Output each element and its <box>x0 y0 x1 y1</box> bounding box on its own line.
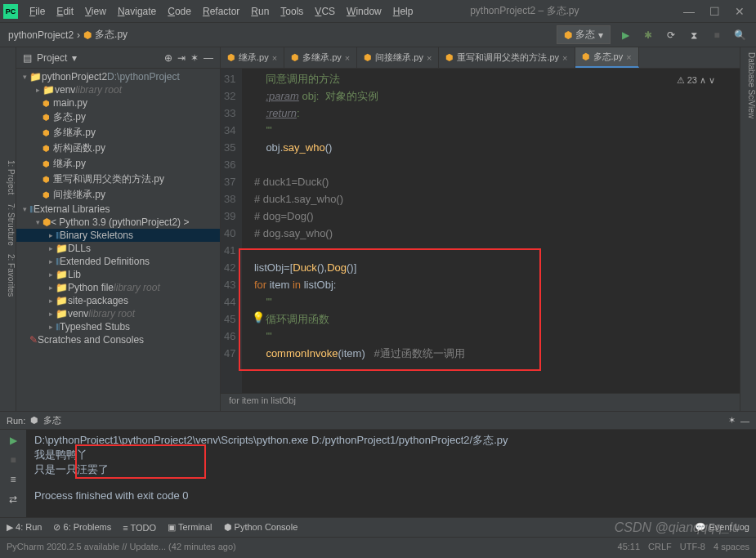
intention-bulb-icon[interactable]: 💡 <box>252 309 265 326</box>
project-tree[interactable]: ▾📁 pythonProject2 D:\pythonProject▸📁 ven… <box>16 69 220 411</box>
tree-item[interactable]: ⬢析构函数.py <box>16 141 220 156</box>
close-tab-icon[interactable]: × <box>427 53 432 63</box>
debug-button[interactable]: ✱ <box>640 27 656 43</box>
tree-item[interactable]: ▸⫴ Extended Definitions <box>16 255 220 268</box>
close-tab-icon[interactable]: × <box>345 53 350 63</box>
run-toolbar: ▶ ■ ≡ ⇄ <box>0 430 26 517</box>
profile-button[interactable]: ⧗ <box>686 27 702 43</box>
settings-icon[interactable]: ✶ <box>728 415 736 426</box>
status-message[interactable]: PyCharm 2020.2.5 available // Update... … <box>7 542 236 551</box>
file-encoding[interactable]: UTF-8 <box>680 542 705 551</box>
menu-run[interactable]: Run <box>246 4 274 19</box>
tree-item[interactable]: ⬢main.py <box>16 96 220 109</box>
menu-help[interactable]: Help <box>388 4 418 19</box>
window-title: pythonProject2 – 多态.py <box>470 4 579 18</box>
dropdown-icon[interactable]: ▾ <box>72 52 77 64</box>
menu-code[interactable]: Code <box>163 4 196 19</box>
run-config-name[interactable]: 多态 <box>43 414 61 426</box>
tree-item[interactable]: ▸📁 venv library root <box>16 83 220 96</box>
tree-item[interactable]: ▾⬢ < Python 3.9 (pythonProject2) > <box>16 216 220 229</box>
tree-item[interactable]: ▸📁 Python file library root <box>16 281 220 294</box>
run-button[interactable]: ▶ <box>617 27 633 43</box>
breadcrumb-project[interactable]: pythonProject2 <box>8 29 74 41</box>
layout-button[interactable]: ≡ <box>10 474 16 485</box>
tree-item[interactable]: ▸📁 Lib <box>16 268 220 281</box>
sciview-tool-tab[interactable]: SciView <box>747 90 756 118</box>
search-everywhere-button[interactable]: 🔍 <box>731 27 748 43</box>
menu-refactor[interactable]: Refactor <box>198 4 244 19</box>
indent-info[interactable]: 4 spaces <box>714 542 749 551</box>
tree-item[interactable]: ▸📁 venv library root <box>16 307 220 320</box>
hide-icon[interactable]: — <box>204 52 213 64</box>
menu-tools[interactable]: Tools <box>275 4 308 19</box>
close-button[interactable]: ✕ <box>735 5 745 18</box>
hide-icon[interactable]: — <box>740 416 749 426</box>
project-panel-title[interactable]: Project <box>37 52 67 64</box>
run-cmd-line: D:\pythonProject1\pythonProject2\venv\Sc… <box>34 433 748 448</box>
maximize-button[interactable]: ☐ <box>709 5 720 18</box>
run-output[interactable]: D:\pythonProject1\pythonProject2\venv\Sc… <box>26 430 756 517</box>
collapse-icon[interactable]: ⇥ <box>177 52 186 64</box>
line-separator[interactable]: CRLF <box>648 542 672 551</box>
run-title: Run: <box>7 416 25 426</box>
editor-tab[interactable]: ⬢多态.py× <box>575 47 639 68</box>
wrap-button[interactable]: ⇄ <box>9 493 17 505</box>
tree-item[interactable]: ▸📁 DLLs <box>16 242 220 255</box>
run-output-line: 只是一只汪罢了 <box>34 462 748 477</box>
navigation-bar: pythonProject2 › ⬢ 多态.py ⬢ 多态 ▾ ▶ ✱ ⟳ ⧗ … <box>0 23 756 47</box>
code-editor[interactable]: 3132333435363738394041424344454647 ⚠ 23 … <box>221 69 740 393</box>
problems-tab[interactable]: ⊘ 6: Problems <box>53 522 111 533</box>
tree-item[interactable]: ▸📁 site-packages <box>16 294 220 307</box>
locate-icon[interactable]: ⊕ <box>164 52 172 64</box>
close-tab-icon[interactable]: × <box>272 53 277 63</box>
breadcrumb-file[interactable]: 多态.py <box>95 28 127 42</box>
editor-tab[interactable]: ⬢重写和调用父类的方法.py× <box>439 47 575 68</box>
tree-item[interactable]: ▸⫴ Binary Skeletons <box>16 229 220 242</box>
run-tool-window: Run: ⬢ 多态 ✶ — ▶ ■ ≡ ⇄ D:\pythonProject1\… <box>0 411 756 517</box>
structure-tool-tab[interactable]: 7: Structure <box>7 203 16 246</box>
menu-file[interactable]: File <box>25 4 50 19</box>
caret-position[interactable]: 45:11 <box>618 542 641 551</box>
tree-item[interactable]: ▾📁 pythonProject2 D:\pythonProject <box>16 70 220 83</box>
database-tool-tab[interactable]: Database <box>747 52 756 87</box>
editor-tab[interactable]: ⬢继承.py× <box>221 47 284 68</box>
menu-edit[interactable]: Edit <box>51 4 78 19</box>
bottom-tool-tabs: ▶ 4: Run ⊘ 6: Problems ≡ TODO ▣ Terminal… <box>0 517 756 537</box>
menu-window[interactable]: Window <box>342 4 387 19</box>
tree-item[interactable]: ⬢间接继承.py <box>16 187 220 203</box>
coverage-button[interactable]: ⟳ <box>663 27 679 43</box>
tree-item[interactable]: ✎ Scratches and Consoles <box>16 333 220 346</box>
line-gutter: 3132333435363738394041424344454647 <box>221 69 242 393</box>
favorites-tool-tab[interactable]: 2: Favorites <box>7 254 16 297</box>
chevron-right-icon: › <box>77 29 80 41</box>
menu-navigate[interactable]: Navigate <box>113 4 161 19</box>
menu-view[interactable]: View <box>80 4 111 19</box>
event-log-tab[interactable]: 💬 Event Log <box>695 522 749 533</box>
project-tool-tab[interactable]: 1: Project <box>7 160 16 194</box>
editor-breadcrumb[interactable]: for item in listObj <box>221 393 740 411</box>
menu-vcs[interactable]: VCS <box>310 4 340 19</box>
tree-item[interactable]: ⬢继承.py <box>16 156 220 172</box>
editor-tab[interactable]: ⬢间接继承.py× <box>357 47 439 68</box>
terminal-tab[interactable]: ▣ Terminal <box>168 522 212 533</box>
run-config-selector[interactable]: ⬢ 多态 ▾ <box>557 25 611 44</box>
tree-item[interactable]: ⬢多态.py <box>16 109 220 125</box>
editor-tab[interactable]: ⬢多继承.py× <box>284 47 357 68</box>
minimize-button[interactable]: — <box>683 5 695 18</box>
settings-icon[interactable]: ✶ <box>190 52 199 64</box>
run-tab[interactable]: ▶ 4: Run <box>7 522 42 533</box>
rerun-button[interactable]: ▶ <box>10 435 17 446</box>
python-icon: ⬢ <box>564 29 572 41</box>
code-lines[interactable]: ⚠ 23 ∧ ∨ 💡 同意调用的方法 :param obj: 对象的实例 :re… <box>242 69 740 393</box>
tree-item[interactable]: ▾⫴ External Libraries <box>16 203 220 216</box>
inspection-badge[interactable]: ⚠ 23 ∧ ∨ <box>677 72 715 89</box>
stop-button[interactable]: ■ <box>10 454 16 466</box>
stop-button[interactable]: ■ <box>709 27 725 43</box>
tree-item[interactable]: ▸⫴ Typeshed Stubs <box>16 320 220 333</box>
tree-item[interactable]: ⬢多继承.py <box>16 125 220 141</box>
python-console-tab[interactable]: ⬢ Python Console <box>224 522 298 533</box>
close-tab-icon[interactable]: × <box>562 53 567 63</box>
todo-tab[interactable]: ≡ TODO <box>123 523 156 533</box>
close-tab-icon[interactable]: × <box>626 52 631 62</box>
tree-item[interactable]: ⬢重写和调用父类的方法.py <box>16 172 220 187</box>
